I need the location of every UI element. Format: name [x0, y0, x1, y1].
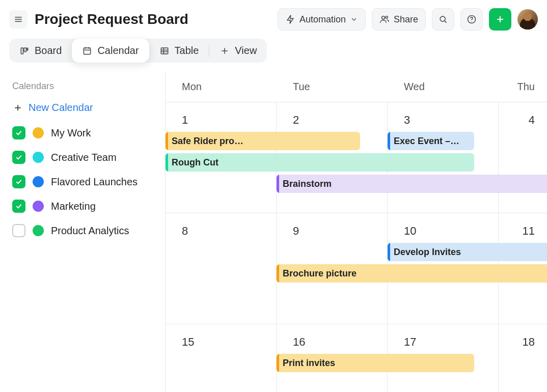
event-label: Develop Invites	[394, 247, 461, 258]
sidebar: Calendars ＋ New Calendar My WorkCreative…	[0, 72, 165, 392]
event-stripe	[277, 354, 279, 372]
calendar-event[interactable]: Exec Event –…	[388, 132, 474, 150]
calendar-event[interactable]: Develop Invites	[388, 243, 547, 261]
share-button[interactable]: Share	[372, 8, 426, 31]
event-stripe	[166, 132, 168, 150]
calendar-item-label: Flavored Launches	[51, 176, 138, 188]
calendar-item[interactable]: Creative Team	[12, 151, 153, 164]
board-icon	[19, 46, 30, 56]
calendar-grid: MonTueWedThu 1234Safe Rider pro…Exec Eve…	[165, 72, 547, 392]
day-number[interactable]: 17	[404, 335, 416, 349]
calendar-event[interactable]: Brainstorm	[277, 175, 547, 193]
automation-button[interactable]: Automation	[278, 8, 366, 31]
day-number[interactable]: 4	[529, 114, 535, 127]
color-dot	[33, 127, 44, 138]
calendar-item-label: Product Analytics	[51, 225, 129, 237]
week-row: 15161718Print invites	[166, 324, 547, 392]
day-header: Wed	[388, 72, 499, 102]
svg-rect-14	[84, 48, 91, 54]
menu-button[interactable]	[9, 10, 28, 29]
tab-board-label: Board	[35, 45, 62, 57]
svg-point-3	[382, 16, 385, 19]
calendar-item-label: My Work	[51, 127, 91, 139]
people-icon	[379, 14, 390, 24]
day-number[interactable]: 10	[404, 225, 416, 238]
search-button[interactable]	[432, 8, 454, 31]
calendar-item[interactable]: Flavored Launches	[12, 175, 153, 188]
tab-add-view[interactable]: View	[209, 39, 267, 63]
event-stripe	[166, 153, 168, 172]
day-header: Mon	[166, 72, 277, 102]
event-label: Brainstorm	[283, 179, 332, 189]
day-number[interactable]: 3	[404, 114, 410, 127]
calendar-icon	[82, 46, 92, 56]
day-number[interactable]: 2	[293, 114, 299, 127]
svg-point-8	[471, 21, 472, 22]
event-stripe	[388, 243, 390, 261]
event-label: Rough Cut	[172, 157, 218, 168]
calendar-event[interactable]: Brochure picture	[277, 264, 547, 283]
calendar-item-label: Creative Team	[51, 152, 117, 163]
event-label: Print invites	[283, 358, 335, 369]
avatar[interactable]	[517, 9, 538, 30]
tab-calendar[interactable]: Calendar	[72, 39, 149, 63]
plus-icon	[220, 46, 230, 56]
calendar-event[interactable]: Safe Rider pro…	[166, 132, 360, 150]
page-title: Project Request Board	[35, 11, 271, 27]
calendar-item[interactable]: Product Analytics	[12, 224, 153, 237]
day-header: Thu	[499, 72, 547, 102]
day-header: Tue	[277, 72, 388, 102]
svg-rect-18	[161, 48, 168, 54]
checkbox[interactable]	[12, 126, 25, 139]
calendar-event[interactable]: Print invites	[277, 354, 474, 372]
calendar-item[interactable]: My Work	[12, 126, 153, 139]
plus-icon: ＋	[12, 100, 21, 115]
checkbox[interactable]	[12, 200, 25, 213]
calendar-item[interactable]: Marketing	[12, 200, 153, 213]
svg-rect-11	[21, 48, 23, 54]
svg-point-5	[440, 16, 445, 21]
tab-calendar-label: Calendar	[97, 45, 139, 57]
new-calendar-button[interactable]: ＋ New Calendar	[12, 100, 153, 115]
event-stripe	[388, 132, 390, 150]
svg-rect-13	[27, 48, 28, 50]
day-number[interactable]: 16	[293, 335, 305, 349]
week-row: 1234Safe Rider pro…Exec Event –…Rough Cu…	[166, 102, 547, 213]
event-stripe	[277, 175, 279, 193]
day-number[interactable]: 8	[182, 225, 188, 238]
tab-table-label: Table	[175, 45, 199, 57]
event-label: Safe Rider pro…	[172, 136, 243, 147]
checkbox[interactable]	[12, 224, 25, 237]
color-dot	[33, 176, 44, 187]
color-dot	[33, 201, 44, 212]
help-icon	[467, 14, 477, 24]
day-number[interactable]: 1	[182, 114, 188, 127]
calendar-item-label: Marketing	[51, 201, 96, 212]
event-label: Exec Event –…	[394, 136, 459, 147]
hamburger-icon	[13, 14, 23, 24]
tab-table[interactable]: Table	[149, 39, 209, 63]
new-calendar-label: New Calendar	[29, 102, 93, 114]
svg-rect-12	[24, 48, 26, 52]
day-number[interactable]: 11	[523, 225, 535, 238]
checkbox[interactable]	[12, 175, 25, 188]
color-dot	[33, 152, 44, 163]
bolt-icon	[285, 14, 295, 24]
tab-board[interactable]: Board	[9, 39, 72, 63]
table-icon	[159, 46, 170, 56]
tab-view-label: View	[235, 45, 257, 57]
chevron-down-icon	[350, 15, 358, 23]
calendar-event[interactable]: Rough Cut	[166, 153, 474, 172]
week-row: 891011Develop InvitesBrochure picture	[166, 213, 547, 324]
sidebar-heading: Calendars	[12, 81, 153, 92]
checkbox[interactable]	[12, 151, 25, 164]
color-dot	[33, 225, 44, 236]
event-label: Brochure picture	[283, 268, 357, 279]
help-button[interactable]	[460, 8, 483, 31]
day-number[interactable]: 15	[182, 335, 194, 349]
day-number[interactable]: 18	[523, 335, 535, 349]
share-label: Share	[394, 14, 418, 25]
svg-line-6	[445, 21, 447, 23]
add-button[interactable]	[489, 8, 511, 31]
day-number[interactable]: 9	[293, 225, 299, 238]
